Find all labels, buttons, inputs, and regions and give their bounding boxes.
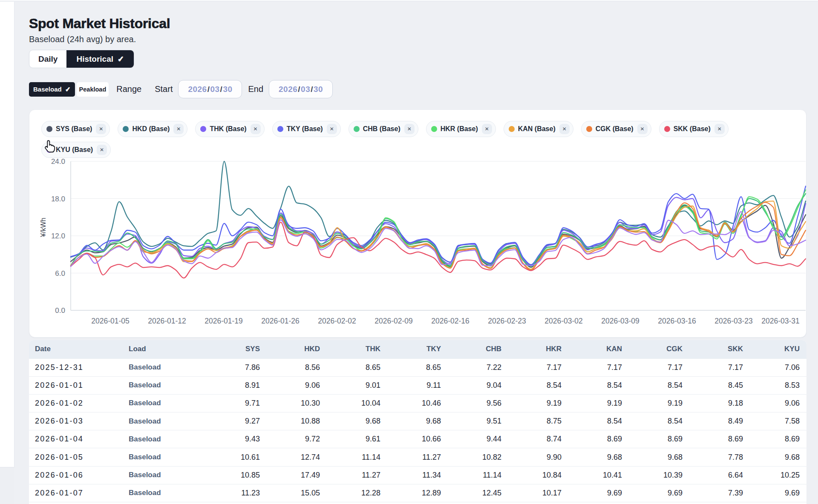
svg-text:2026-02-23: 2026-02-23 bbox=[488, 317, 526, 325]
svg-text:2026-03-16: 2026-03-16 bbox=[658, 317, 696, 325]
svg-text:24.0: 24.0 bbox=[51, 158, 65, 166]
svg-text:2026-03-31: 2026-03-31 bbox=[761, 317, 800, 325]
svg-text:¥/kWh: ¥/kWh bbox=[40, 218, 47, 237]
svg-text:2026-01-19: 2026-01-19 bbox=[204, 317, 243, 325]
svg-text:2026-03-09: 2026-03-09 bbox=[601, 317, 639, 325]
svg-text:2026-03-02: 2026-03-02 bbox=[544, 317, 583, 325]
svg-text:18.0: 18.0 bbox=[51, 195, 65, 203]
svg-text:2026-03-23: 2026-03-23 bbox=[714, 317, 753, 325]
svg-text:2026-01-12: 2026-01-12 bbox=[148, 317, 186, 325]
svg-text:2026-02-02: 2026-02-02 bbox=[318, 317, 356, 325]
svg-text:2026-01-05: 2026-01-05 bbox=[91, 317, 130, 325]
svg-text:2026-01-26: 2026-01-26 bbox=[261, 317, 300, 325]
svg-text:2026-02-16: 2026-02-16 bbox=[431, 317, 469, 325]
svg-text:6.0: 6.0 bbox=[55, 269, 65, 278]
svg-text:12.0: 12.0 bbox=[51, 232, 65, 240]
svg-text:2026-02-09: 2026-02-09 bbox=[374, 317, 413, 325]
svg-text:0.0: 0.0 bbox=[55, 306, 65, 315]
